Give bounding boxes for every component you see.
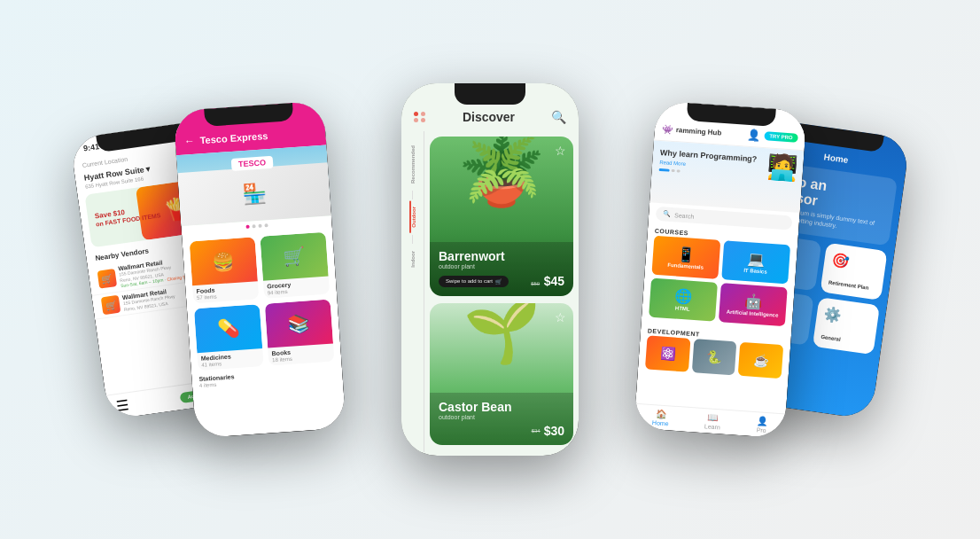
books-image: 📚 (265, 300, 333, 348)
cart-button[interactable]: Swipe to add to cart 🛒 (439, 276, 509, 287)
course-html[interactable]: 🌐 HTML (649, 278, 718, 322)
vendor-avatar-2: 🛒 (101, 295, 121, 316)
medicines-image: 💊 (194, 304, 262, 353)
prog-actions: 👤 TRY PRO (747, 129, 798, 145)
home-nav-icon: 🏠 (656, 409, 667, 419)
tab-recommended[interactable]: Recommended (410, 140, 416, 189)
course-fundamentals[interactable]: 📱 Fundamentals (651, 236, 720, 279)
it-label: IT Basics (743, 268, 767, 275)
dot-3 (258, 224, 261, 228)
pro-nav-icon: 👤 (757, 416, 768, 426)
category-books[interactable]: 📚 Books 18 items (265, 300, 335, 366)
castor-new-price: $30 (544, 424, 564, 438)
phone-programming: 👾 ramming Hub 👤 TRY PRO Why learn Progra… (634, 101, 806, 439)
nav-learn[interactable]: 📖 Learn (704, 412, 721, 430)
fund-label: Fundamentals (667, 262, 704, 270)
tab-outdoor[interactable]: Outdoor (409, 201, 416, 233)
phone-plants-center: Discover 🔍 Recommended Outdoor Indoor (401, 83, 579, 456)
course-ai[interactable]: 🤖 Artificial Intelligence (719, 283, 788, 326)
tesco-title: Tesco Express (199, 130, 268, 145)
cart-text: Swipe to add to cart (446, 278, 493, 284)
back-arrow-icon[interactable]: ← (183, 135, 195, 148)
hero-dot-3 (677, 169, 681, 172)
learn-nav-icon: 📖 (707, 412, 719, 423)
tab-indoor[interactable]: Indoor (410, 246, 416, 273)
prog-logo-icon: 👾 (662, 124, 673, 135)
plant-sidebar: Recommended Outdoor Indoor (401, 131, 424, 452)
foods-image: 🍔 (190, 237, 258, 285)
pro-nav-label: Pro (757, 426, 766, 434)
category-medicines[interactable]: 💊 Medicines 41 items (194, 304, 264, 371)
plant-main: Recommended Outdoor Indoor 🪴 ☆ (401, 131, 579, 452)
dot-4 (264, 223, 268, 227)
menu-dots-icon[interactable] (414, 112, 426, 122)
prog-logo-text: ramming Hub (676, 126, 722, 137)
prog-bottom-nav: 🏠 Home 📖 Learn 👤 Pro (634, 403, 786, 439)
retirement-icon: 🎯 (830, 251, 850, 270)
category-grid: 🍔 Foods 57 items 🛒 Grocery 94 items 💊 Me… (182, 226, 342, 376)
plant-card-info: Barrenwort outdoor plant Swipe to add to… (430, 242, 573, 296)
tesco-hero-image: 🏪 TESCO (176, 145, 331, 226)
learn-nav-label: Learn (704, 423, 720, 430)
menu-icon: ☰ (115, 396, 130, 415)
divider (412, 191, 413, 199)
plant-name-castor: Castor Bean (439, 400, 564, 414)
phone-tesco: ← Tesco Express 🏪 TESCO 🍔 Foods (173, 101, 346, 439)
notch-3 (455, 83, 525, 105)
courses-grid: 📱 Fundamentals 💻 IT Basics 🌐 HTML 🤖 Arti… (642, 235, 797, 331)
plants-screen: Discover 🔍 Recommended Outdoor Indoor (401, 83, 579, 456)
finance-card-retirement[interactable]: 🎯 Retirement Plan (820, 243, 887, 301)
course-it-basics[interactable]: 💻 IT Basics (721, 240, 790, 284)
category-grocery[interactable]: 🛒 Grocery 94 items (260, 232, 330, 299)
html-icon: 🌐 (674, 287, 693, 305)
castor-card-info: Castor Bean outdoor plant $34 $30 (430, 393, 573, 445)
barrenwort-image: 🪴 (457, 137, 546, 211)
favorite-icon-2[interactable]: ☆ (555, 310, 566, 324)
stationaries-count: 4 items (199, 382, 217, 388)
general-icon: ⚙️ (823, 306, 843, 325)
phones-container: 9:41 ▌▌▌ 🔋 Current Location Hyatt Row Su… (0, 0, 980, 539)
profile-icon[interactable]: 👤 (747, 129, 761, 142)
general-label: General (821, 334, 841, 343)
prog-hero: Why learn Programming? Read More 🧑‍💻 (649, 140, 804, 213)
castor-price-row: $34 $30 (439, 424, 564, 438)
category-foods[interactable]: 🍔 Foods 57 items (190, 237, 260, 303)
programmer-character: 🧑‍💻 (766, 152, 798, 183)
new-price: $45 (544, 274, 564, 288)
plant-cards: 🪴 ☆ Barrenwort outdoor plant Swipe to ad… (424, 131, 579, 452)
fund-icon: 📱 (677, 246, 696, 263)
plant-card-barrenwort: 🪴 ☆ Barrenwort outdoor plant Swipe to ad… (430, 137, 573, 296)
vendor-avatar: 🛒 (97, 269, 118, 289)
grocery-image: 🛒 (260, 232, 328, 281)
cart-icon: 🛒 (495, 278, 502, 285)
html-label: HTML (675, 306, 690, 312)
finance-title: Home (823, 152, 849, 165)
retirement-label: Retirement Plan (828, 280, 868, 292)
castor-old-price: $34 (532, 428, 541, 434)
ai-icon: 🤖 (743, 293, 762, 310)
plant-type-castor: outdoor plant (439, 414, 564, 420)
favorite-icon[interactable]: ☆ (555, 144, 566, 158)
dot-2 (252, 224, 255, 228)
old-price: $50 (531, 281, 540, 286)
nav-pro[interactable]: 👤 Pro (756, 416, 767, 434)
search-placeholder: Search (674, 212, 695, 220)
prog-screen: 👾 ramming Hub 👤 TRY PRO Why learn Progra… (634, 101, 806, 439)
ai-label: Artificial Intelligence (727, 309, 779, 318)
search-icon[interactable]: 🔍 (551, 110, 566, 124)
tesco-screen: ← Tesco Express 🏪 TESCO 🍔 Foods (173, 101, 346, 439)
discover-title: Discover (463, 110, 515, 124)
dev-course-3[interactable]: ☕ (738, 342, 783, 379)
nav-home[interactable]: 🏠 Home (652, 409, 670, 426)
try-pro-button[interactable]: TRY PRO (764, 131, 798, 143)
hero-dot-active (659, 168, 670, 172)
search-icon-prog: 🔍 (663, 210, 672, 218)
dev-course-1[interactable]: ⚛️ (645, 335, 690, 371)
hero-dot-2 (672, 169, 675, 172)
castor-image: 🌱 (463, 303, 541, 367)
finance-card-general[interactable]: ⚙️ General (813, 297, 880, 355)
home-nav-label: Home (652, 419, 669, 426)
price-barrenwort: $50 $45 (531, 273, 564, 289)
dev-course-2[interactable]: 🐍 (691, 339, 736, 375)
plant-name-barrenwort: Barrenwort (439, 249, 564, 263)
